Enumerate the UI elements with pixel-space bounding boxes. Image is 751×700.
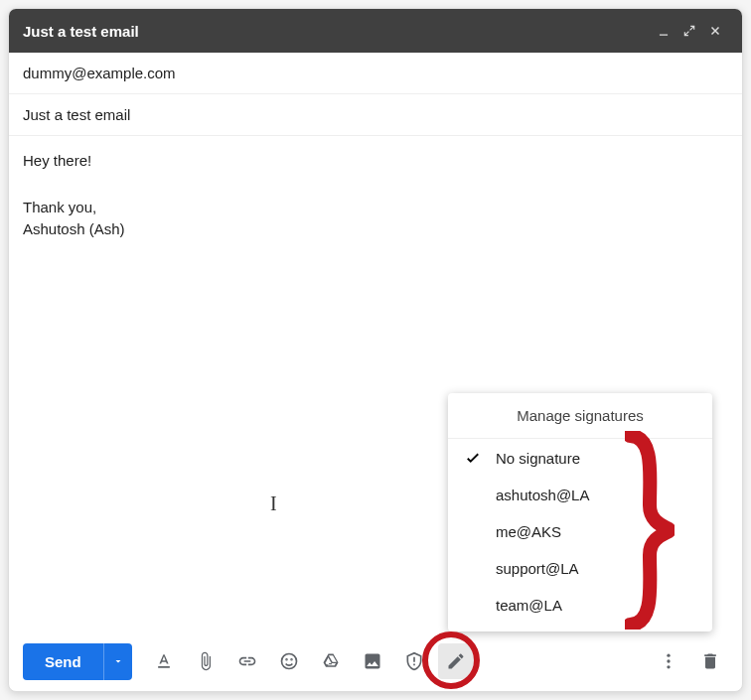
- titlebar: Just a test email: [9, 9, 742, 53]
- svg-point-3: [291, 659, 292, 660]
- signature-item-label: support@LA: [496, 560, 579, 577]
- confidential-mode-icon[interactable]: [396, 643, 432, 679]
- svg-point-5: [667, 659, 670, 662]
- compose-window: Just a test email dummy@example.com Just…: [8, 8, 743, 692]
- more-options-icon[interactable]: [651, 643, 686, 679]
- signature-item-none[interactable]: No signature: [448, 439, 712, 477]
- recipients-field[interactable]: dummy@example.com: [9, 53, 742, 94]
- body-greeting: Hey there!: [23, 150, 728, 173]
- signature-popup: Manage signatures No signature ashutosh@…: [448, 393, 712, 631]
- insert-link-icon[interactable]: [229, 643, 265, 679]
- body-signature: Thank you, Ashutosh (Ash): [23, 197, 728, 241]
- close-button[interactable]: [702, 18, 728, 44]
- attach-file-icon[interactable]: [188, 643, 224, 679]
- compose-toolbar: Send: [9, 631, 742, 691]
- window-title: Just a test email: [23, 23, 139, 40]
- signature-item-label: ashutosh@LA: [496, 487, 589, 503]
- signature-item-label: team@LA: [496, 597, 562, 614]
- insert-photo-icon[interactable]: [355, 643, 390, 679]
- fullscreen-button[interactable]: [676, 18, 702, 44]
- body-signoff: Thank you,: [23, 197, 728, 219]
- svg-point-6: [667, 665, 670, 668]
- insert-drive-icon[interactable]: [313, 643, 349, 679]
- signature-item-team[interactable]: team@LA: [448, 587, 712, 624]
- insert-signature-icon[interactable]: [438, 643, 474, 679]
- recipient-to: dummy@example.com: [23, 65, 176, 81]
- signature-item-support[interactable]: support@LA: [448, 550, 712, 587]
- signature-item-label: me@AKS: [496, 523, 561, 540]
- formatting-icon[interactable]: [146, 643, 182, 679]
- subject-field[interactable]: Just a test email: [9, 94, 742, 136]
- text-cursor-icon: I: [270, 489, 277, 518]
- send-button-group: Send: [23, 643, 132, 680]
- signature-item-ashutosh[interactable]: ashutosh@LA: [448, 477, 712, 513]
- signature-popup-header[interactable]: Manage signatures: [448, 393, 712, 439]
- body-name: Ashutosh (Ash): [23, 218, 728, 241]
- signature-item-label: No signature: [496, 450, 580, 467]
- subject-value: Just a test email: [23, 106, 130, 123]
- send-options-button[interactable]: [103, 643, 132, 680]
- svg-point-4: [667, 654, 670, 657]
- svg-point-2: [286, 659, 287, 660]
- svg-point-1: [281, 654, 296, 669]
- check-icon: [464, 449, 482, 467]
- insert-emoji-icon[interactable]: [271, 643, 307, 679]
- send-button[interactable]: Send: [23, 643, 103, 680]
- discard-draft-icon[interactable]: [692, 643, 728, 679]
- signature-item-me[interactable]: me@AKS: [448, 513, 712, 550]
- minimize-button[interactable]: [651, 18, 676, 44]
